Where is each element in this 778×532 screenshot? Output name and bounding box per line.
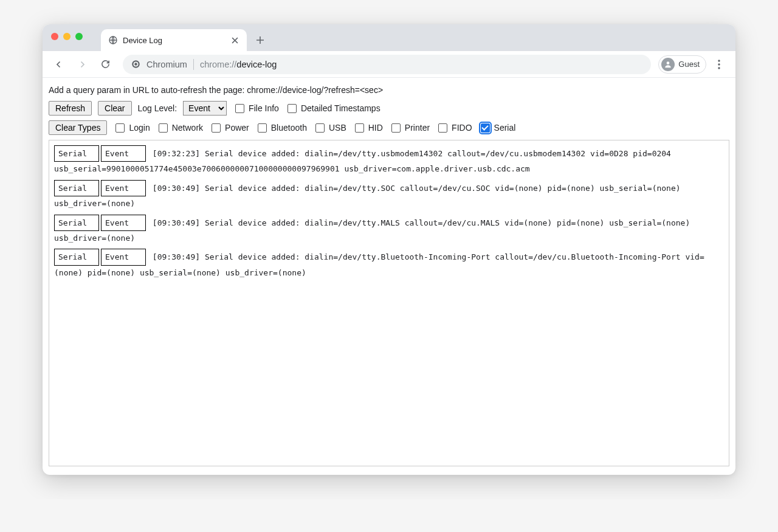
address-bar[interactable]: Chromium chrome://device-log: [123, 55, 651, 74]
type-checkbox-hid[interactable]: [355, 123, 364, 133]
type-checkbox-usb[interactable]: [315, 123, 325, 133]
log-message: [09:30:49] Serial device added: dialin=/…: [54, 252, 704, 277]
log-entry: SerialEvent [09:30:49] Serial device add…: [54, 215, 724, 246]
profile-label: Guest: [678, 60, 700, 69]
type-option-network[interactable]: Network: [156, 122, 203, 134]
log-level-select[interactable]: ErrorUserEventDebug: [183, 101, 227, 116]
type-option-login[interactable]: Login: [113, 122, 150, 134]
close-tab-button[interactable]: [230, 35, 239, 45]
type-label-login: Login: [129, 123, 150, 133]
profile-button[interactable]: Guest: [658, 55, 706, 74]
log-entry: SerialEvent [09:32:23] Serial device add…: [54, 145, 724, 176]
close-window-button[interactable]: [51, 33, 58, 40]
type-label-power: Power: [225, 123, 249, 133]
type-checkbox-network[interactable]: [159, 123, 168, 133]
clear-types-button[interactable]: Clear Types: [49, 120, 107, 135]
svg-point-7: [718, 67, 720, 69]
type-label-fido: FIDO: [452, 123, 472, 133]
file-info-checkbox[interactable]: [235, 104, 244, 113]
log-entry: SerialEvent [09:30:49] Serial device add…: [54, 249, 724, 280]
type-label-network: Network: [172, 123, 203, 133]
log-output: SerialEvent [09:32:23] Serial device add…: [49, 140, 729, 466]
type-checkbox-bluetooth[interactable]: [258, 123, 267, 133]
type-option-serial[interactable]: Serial: [478, 122, 516, 134]
omnibox-separator: [193, 59, 194, 70]
log-type-tag: Serial: [54, 180, 99, 196]
type-checkbox-fido[interactable]: [438, 123, 447, 133]
refresh-button[interactable]: Refresh: [49, 101, 92, 116]
omnibox-scheme: chrome://: [200, 60, 236, 69]
browser-tab[interactable]: Device Log: [101, 29, 247, 51]
type-label-serial: Serial: [494, 123, 516, 133]
omnibox-app-name: Chromium: [146, 60, 187, 69]
type-checkbox-printer[interactable]: [391, 123, 401, 133]
type-option-fido[interactable]: FIDO: [436, 122, 472, 134]
log-message: [09:30:49] Serial device added: dialin=/…: [54, 184, 681, 208]
browser-window: Device Log Chromium chrome://device-lo: [43, 24, 735, 475]
type-option-hid[interactable]: HID: [353, 122, 383, 134]
clear-button[interactable]: Clear: [98, 101, 131, 116]
page-content: Add a query param in URL to auto-refresh…: [43, 78, 735, 475]
control-row-1: Refresh Clear Log Level: ErrorUserEventD…: [49, 101, 729, 116]
log-entry: SerialEvent [09:30:49] Serial device add…: [54, 180, 724, 211]
log-type-tag: Serial: [54, 215, 99, 231]
type-checkbox-serial[interactable]: [481, 123, 490, 133]
detailed-timestamps-label: Detailed Timestamps: [301, 103, 380, 113]
minimize-window-button[interactable]: [63, 33, 71, 40]
log-level-tag: Event: [101, 215, 146, 231]
avatar-icon: [661, 58, 675, 71]
svg-point-4: [667, 61, 670, 64]
omnibox-url: chrome://device-log: [200, 60, 277, 69]
svg-point-5: [718, 60, 720, 61]
svg-point-3: [134, 63, 137, 65]
detailed-timestamps-checkbox[interactable]: [287, 104, 297, 113]
site-info-icon[interactable]: [131, 60, 140, 69]
type-label-bluetooth: Bluetooth: [271, 123, 307, 133]
svg-point-6: [718, 63, 720, 65]
file-info-label: File Info: [249, 103, 279, 113]
new-tab-button[interactable]: [252, 32, 269, 49]
log-level-tag: Event: [101, 145, 146, 162]
globe-icon: [108, 35, 118, 45]
log-message: [09:30:49] Serial device added: dialin=/…: [54, 218, 690, 243]
type-option-printer[interactable]: Printer: [389, 122, 430, 134]
maximize-window-button[interactable]: [75, 33, 83, 40]
type-option-bluetooth[interactable]: Bluetooth: [255, 122, 307, 134]
reload-button[interactable]: [95, 54, 115, 75]
browser-menu-button[interactable]: [709, 54, 729, 75]
forward-button[interactable]: [72, 54, 92, 75]
log-type-tag: Serial: [54, 249, 99, 265]
file-info-option[interactable]: File Info: [233, 102, 279, 115]
log-level-label: Log Level:: [138, 103, 177, 113]
type-label-hid: HID: [368, 123, 383, 133]
type-checkbox-power[interactable]: [212, 123, 221, 133]
back-button[interactable]: [49, 54, 69, 75]
type-checkbox-login[interactable]: [115, 123, 125, 133]
tab-title: Device Log: [123, 36, 225, 45]
window-controls: [51, 33, 83, 40]
auto-refresh-hint: Add a query param in URL to auto-refresh…: [49, 85, 729, 95]
detailed-timestamps-option[interactable]: Detailed Timestamps: [285, 102, 380, 115]
control-row-types: Clear Types LoginNetworkPowerBluetoothUS…: [49, 120, 729, 135]
omnibox-path: device-log: [236, 60, 277, 69]
log-level-tag: Event: [101, 249, 146, 265]
log-level-tag: Event: [101, 180, 146, 196]
navigation-toolbar: Chromium chrome://device-log Guest: [43, 51, 735, 78]
log-type-tag: Serial: [54, 145, 99, 162]
type-label-printer: Printer: [405, 123, 430, 133]
log-message: [09:32:23] Serial device added: dialin=/…: [54, 149, 671, 173]
type-option-power[interactable]: Power: [209, 122, 249, 134]
type-label-usb: USB: [329, 123, 346, 133]
tab-strip: Device Log: [43, 24, 735, 51]
type-option-usb[interactable]: USB: [313, 122, 346, 134]
